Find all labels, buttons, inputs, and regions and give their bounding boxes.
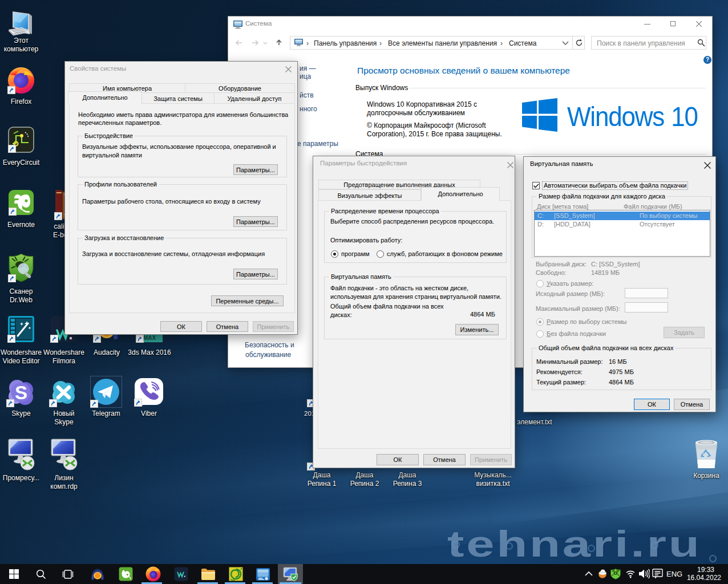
svg-text:MAX: MAX (143, 335, 156, 341)
svg-text:S: S (15, 382, 27, 403)
